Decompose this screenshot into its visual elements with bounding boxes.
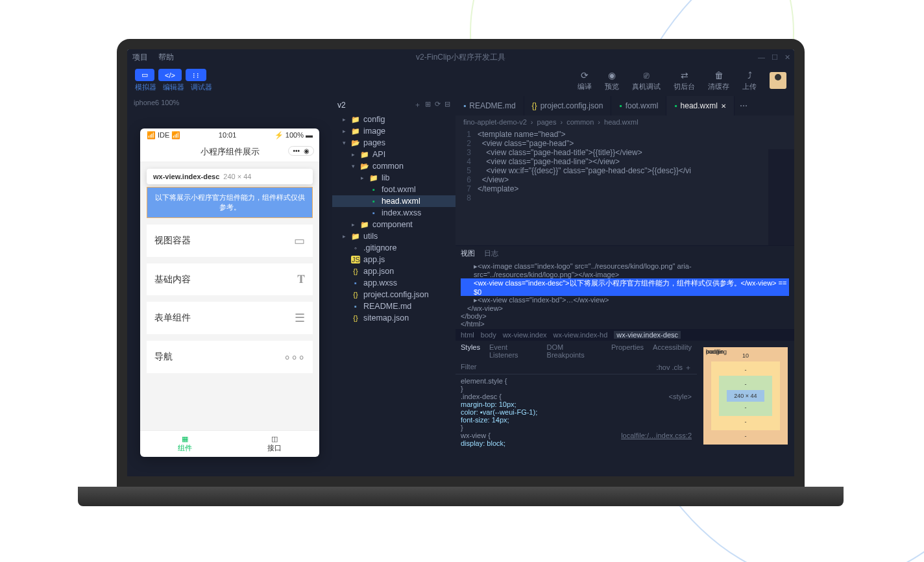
code-editor[interactable]: 1<template name="head"> 2 <view class="p… [456,128,794,245]
file-index-wxss[interactable]: ▪index.wxss [332,207,456,219]
styles-toggles[interactable]: :hov .cls ＋ [657,363,692,373]
refresh-icon[interactable]: ⟳ [435,100,441,110]
editor-button[interactable]: </> [158,69,182,81]
clear-cache-button[interactable]: 🗑清缓存 [708,70,729,92]
menu-project[interactable]: 项目 [132,52,148,63]
folder-component[interactable]: ▸📁component [332,219,456,230]
window-title: v2-FinClip小程序开发工具 [416,52,505,63]
status-battery: ⚡ 100% ▬ [274,131,313,140]
project-root[interactable]: v2 [337,101,346,110]
folder-config[interactable]: ▸📁config [332,114,456,125]
menu-item-basic-content[interactable]: 基础内容𝐓 [147,263,313,295]
tab-foot-wxml[interactable]: ▪foot.wxml [611,96,666,116]
crumb-index[interactable]: wx-view.index [503,331,547,339]
remote-debug-button[interactable]: ⎚真机调试 [632,70,661,92]
tabbar-api[interactable]: ◫接口 [230,431,319,457]
device-label[interactable]: iphone6 100% [127,96,332,109]
crumb-index-desc[interactable]: wx-view.index-desc [614,331,681,339]
styles-tab[interactable]: Styles [461,343,480,359]
file-explorer: v2 ＋ ⊞ ⟳ ⊟ ▸📁config ▸📁image ▾📂pages ▸📁AP… [332,96,456,476]
new-folder-icon[interactable]: ⊞ [425,100,431,110]
text-icon: 𝐓 [297,273,305,286]
simulator-label: 模拟器 [135,82,156,92]
devtools-tab-view[interactable]: 视图 [461,249,475,258]
window-close-icon[interactable]: ✕ [784,53,790,62]
file-gitignore[interactable]: ◦.gitignore [332,242,456,254]
phone-icon: ⎚ [644,70,649,80]
list-icon: ☰ [295,311,305,325]
capsule-menu-icon[interactable]: ••• [293,147,300,154]
accessibility-tab[interactable]: Accessibility [653,343,692,359]
breadcrumb: fino-applet-demo-v2› pages› common› head… [456,116,794,128]
dots-icon: ∘∘∘ [284,350,305,364]
css-rules[interactable]: element.style { } .index-desc {<style> m… [456,374,697,450]
laptop-frame: 项目 帮助 v2-FinClip小程序开发工具 — ☐ ✕ ▭ </> ⫶⫶ [117,39,805,506]
folder-lib[interactable]: ▸📁lib [332,172,456,184]
debugger-button[interactable]: ⫶⫶ [186,69,206,81]
card-icon: ▭ [294,234,305,248]
compile-button[interactable]: ⟳编译 [578,70,592,92]
close-tab-icon[interactable]: ✕ [721,103,726,110]
dom-breadcrumb: html body wx-view.index wx-view.index-hd… [456,329,794,341]
menu-item-view-container[interactable]: 视图容器▭ [147,225,313,257]
tab-head-wxml[interactable]: ▪head.wxml✕ [666,96,735,116]
switch-icon: ⇄ [681,70,688,80]
dom-breakpoints-tab[interactable]: DOM Breakpoints [547,343,602,359]
menu-item-form[interactable]: 表单组件☰ [147,302,313,334]
folder-image[interactable]: ▸📁image [332,125,456,137]
tabbar-components[interactable]: ▦组件 [140,431,230,457]
folder-pages[interactable]: ▾📂pages [332,137,456,149]
ide-window: 项目 帮助 v2-FinClip小程序开发工具 — ☐ ✕ ▭ </> ⫶⫶ [127,49,794,476]
crumb-index-hd[interactable]: wx-view.index-hd [553,331,608,339]
api-icon: ◫ [234,435,315,443]
devtools-tab-log[interactable]: 日志 [484,249,498,258]
file-sitemap[interactable]: {}sitemap.json [332,312,456,324]
avatar[interactable] [770,72,786,89]
editor-tabs: ▪README.md {}project.config.json ▪foot.w… [456,96,794,116]
tab-project-config[interactable]: {}project.config.json [524,96,612,116]
tab-readme[interactable]: ▪README.md [456,96,524,116]
upload-button[interactable]: ⤴上传 [742,70,757,92]
crumb-body[interactable]: body [481,331,496,339]
new-file-icon[interactable]: ＋ [414,100,421,110]
collapse-icon[interactable]: ⊟ [444,100,450,110]
dom-tree[interactable]: ▸<wx-image class="index-logo" src="../re… [456,261,794,329]
file-foot-wxml[interactable]: ▪foot.wxml [332,184,456,195]
minimap[interactable] [768,149,794,245]
toolbar: ▭ </> ⫶⫶ 模拟器 编辑器 调试器 ⟳编译 ◉预览 ⎚真机调试 ⇄切后台 [127,65,794,96]
menu-help[interactable]: 帮助 [158,52,174,63]
eye-icon: ◉ [608,70,616,80]
trash-icon: 🗑 [714,70,723,80]
file-project-config[interactable]: {}project.config.json [332,289,456,300]
styles-filter-input[interactable]: Filter [461,363,476,373]
menu-item-nav[interactable]: 导航∘∘∘ [147,341,313,373]
simulator-button[interactable]: ▭ [135,69,154,81]
capsule-close-icon[interactable]: ◉ [304,147,310,154]
file-app-js[interactable]: JSapp.js [332,254,456,265]
window-max-icon[interactable]: ☐ [772,53,778,62]
preview-button[interactable]: ◉预览 [605,70,619,92]
file-head-wxml[interactable]: ▪head.wxml [332,195,456,207]
debugger-label: 调试器 [191,82,212,92]
crumb-html[interactable]: html [461,331,474,339]
phone-preview: 📶 IDE 📶 10:01 ⚡ 100% ▬ 小程序组件展示 ••• ◉ [140,128,319,457]
compile-icon: ⟳ [581,70,589,80]
window-min-icon[interactable]: — [758,53,765,62]
properties-tab[interactable]: Properties [611,343,644,359]
upload-icon: ⤴ [748,70,752,80]
tab-overflow-icon[interactable]: ⋯ [735,96,753,116]
switch-bg-button[interactable]: ⇄切后台 [674,70,695,92]
event-listeners-tab[interactable]: Event Listeners [489,343,538,359]
folder-common[interactable]: ▾📂common [332,160,456,172]
folder-api[interactable]: ▸📁API [332,149,456,160]
editor-panel: ▪README.md {}project.config.json ▪foot.w… [456,96,794,476]
inspect-tooltip: wx-view.index-desc240 × 44 [147,169,313,184]
page-title: 小程序组件展示 [201,147,260,156]
file-app-json[interactable]: {}app.json [332,265,456,277]
selected-element[interactable]: 以下将展示小程序官方组件能力，组件样式仅供参考。 [147,187,313,218]
grid-icon: ▦ [144,435,226,443]
file-readme[interactable]: ▪README.md [332,300,456,312]
status-signal: 📶 IDE 📶 [147,131,180,140]
file-app-wxss[interactable]: ▪app.wxss [332,277,456,289]
folder-utils[interactable]: ▸📁utils [332,230,456,242]
